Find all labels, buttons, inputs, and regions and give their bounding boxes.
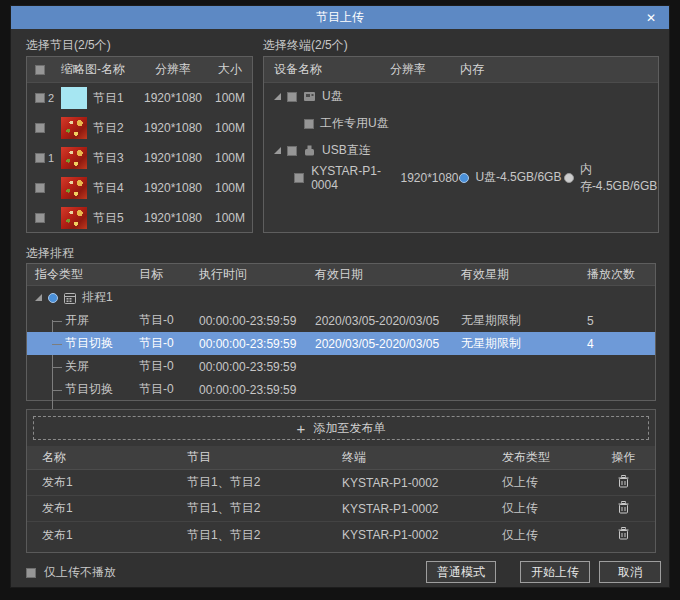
- selection-order: 1: [48, 152, 54, 164]
- col-publish-terminal: 终端: [327, 449, 487, 466]
- program-row[interactable]: 1 节目3 1920*1080 100M: [27, 143, 252, 173]
- command-target: 节目-0: [131, 381, 191, 398]
- program-checkbox[interactable]: [35, 93, 45, 103]
- delete-icon[interactable]: [618, 475, 629, 488]
- publish-name: 发布1: [27, 474, 172, 491]
- upload-only-checkbox[interactable]: [26, 568, 36, 578]
- normal-mode-button[interactable]: 普通模式: [426, 561, 496, 583]
- group-label: USB直连: [322, 142, 371, 159]
- exec-time: 00:00:00-23:59:59: [191, 383, 307, 397]
- terminal-checkbox[interactable]: [304, 119, 314, 129]
- program-checkbox[interactable]: [35, 183, 45, 193]
- program-resolution: 1920*1080: [138, 151, 208, 165]
- program-resolution: 1920*1080: [138, 91, 208, 105]
- command-type: 节目切换: [27, 335, 131, 352]
- add-to-publish-label: 添加至发布单: [313, 420, 385, 437]
- publish-row[interactable]: 发布1 节目1、节目2 KYSTAR-P1-0002 仅上传: [27, 496, 655, 522]
- start-upload-button[interactable]: 开始上传: [520, 561, 590, 583]
- terminal-table-header: 设备名称 分辨率 内存: [264, 57, 658, 83]
- program-name: 节目1: [93, 90, 138, 107]
- publish-type: 仅上传: [487, 500, 592, 517]
- col-command-type: 指令类型: [27, 266, 131, 283]
- col-valid-date: 有效日期: [307, 266, 453, 283]
- memory-storage-radio[interactable]: [564, 173, 574, 183]
- command-target: 节目-0: [131, 335, 191, 352]
- udisk-storage-label: U盘-4.5GB/6GB: [475, 169, 561, 186]
- terminal-group-row[interactable]: U盘: [264, 83, 658, 110]
- valid-date: 2020/03/05-2020/03/05: [307, 314, 453, 328]
- publish-programs: 节目1、节目2: [172, 474, 327, 491]
- program-checkbox[interactable]: [35, 153, 45, 163]
- cancel-button[interactable]: 取消: [599, 561, 661, 583]
- program-row[interactable]: 2 节目1 1920*1080 100M: [27, 83, 252, 113]
- program-table-header: 缩略图-名称 分辨率 大小: [27, 57, 252, 83]
- schedule-group-row[interactable]: 排程1: [27, 286, 655, 309]
- schedule-row-selected[interactable]: 节目切换 节目-0 00:00:00-23:59:59 2020/03/05-2…: [27, 332, 655, 355]
- dialog-title: 节目上传: [316, 9, 364, 26]
- play-count: 4: [579, 337, 655, 351]
- terminal-table: 设备名称 分辨率 内存 U盘 工作专用U盘 USB直连: [263, 56, 659, 233]
- udisk-icon: [303, 91, 316, 102]
- valid-week: 无星期限制: [453, 335, 579, 352]
- delete-icon[interactable]: [618, 527, 629, 540]
- program-size: 100M: [208, 121, 252, 135]
- col-memory: 内存: [450, 61, 658, 78]
- add-to-publish-button[interactable]: + 添加至发布单: [33, 416, 649, 440]
- programs-section-label: 选择节目(2/5个): [26, 37, 111, 54]
- command-target: 节目-0: [131, 358, 191, 375]
- group-checkbox[interactable]: [287, 92, 297, 102]
- usb-icon: [303, 145, 316, 156]
- terminals-section-label: 选择终端(2/5个): [263, 37, 348, 54]
- valid-date: 2020/03/05-2020/03/05: [307, 337, 453, 351]
- upload-only-option[interactable]: 仅上传不播放: [26, 564, 116, 581]
- expand-arrow-icon[interactable]: [35, 294, 42, 301]
- exec-time: 00:00:00-23:59:59: [191, 337, 307, 351]
- program-size: 100M: [208, 211, 252, 225]
- delete-icon[interactable]: [618, 501, 629, 514]
- plus-icon: +: [297, 421, 306, 436]
- calendar-icon: [64, 292, 76, 304]
- schedule-row[interactable]: 开屏 节目-0 00:00:00-23:59:59 2020/03/05-202…: [27, 309, 655, 332]
- program-thumbnail: [61, 147, 87, 169]
- program-checkbox[interactable]: [35, 213, 45, 223]
- publish-row[interactable]: 发布1 节目1、节目2 KYSTAR-P1-0002 仅上传: [27, 522, 655, 548]
- program-resolution: 1920*1080: [138, 181, 208, 195]
- program-row[interactable]: 节目5 1920*1080 100M: [27, 203, 252, 233]
- selection-order: 2: [48, 92, 54, 104]
- col-publish-action: 操作: [592, 449, 655, 466]
- program-name: 节目2: [93, 120, 138, 137]
- expand-arrow-icon[interactable]: [274, 93, 281, 100]
- col-valid-week: 有效星期: [453, 266, 579, 283]
- publish-list: + 添加至发布单 名称 节目 终端 发布类型 操作 发布1 节目1、节目2 KY…: [26, 409, 656, 553]
- title-bar: 节目上传 ✕: [11, 6, 669, 29]
- schedule-row[interactable]: 节目切换 节目-0 00:00:00-23:59:59: [27, 378, 655, 401]
- program-checkbox[interactable]: [35, 123, 45, 133]
- col-device-name: 设备名称: [264, 61, 390, 78]
- close-icon[interactable]: ✕: [641, 6, 661, 29]
- program-row[interactable]: 节目2 1920*1080 100M: [27, 113, 252, 143]
- command-type: 节目切换: [27, 381, 131, 398]
- col-size: 大小: [208, 61, 252, 78]
- program-resolution: 1920*1080: [138, 211, 208, 225]
- terminal-checkbox[interactable]: [294, 173, 304, 183]
- publish-row[interactable]: 发布1 节目1、节目2 KYSTAR-P1-0002 仅上传: [27, 470, 655, 496]
- col-publish-name: 名称: [27, 449, 172, 466]
- terminal-device-row[interactable]: KYSTAR-P1-0004 1920*1080 U盘-4.5GB/6GB 内存…: [264, 164, 658, 191]
- select-all-programs-checkbox[interactable]: [35, 65, 45, 75]
- col-resolution: 分辨率: [138, 61, 208, 78]
- schedule-section-label: 选择排程: [26, 245, 74, 262]
- upload-dialog: 节目上传 ✕ 选择节目(2/5个) 选择终端(2/5个) 缩略图-名称 分辨率 …: [10, 5, 670, 588]
- program-thumbnail: [61, 87, 87, 109]
- schedule-row[interactable]: 关屏 节目-0 00:00:00-23:59:59: [27, 355, 655, 378]
- expand-arrow-icon[interactable]: [274, 147, 281, 154]
- schedule-radio[interactable]: [48, 293, 58, 303]
- program-row[interactable]: 节目4 1920*1080 100M: [27, 173, 252, 203]
- program-name: 节目3: [93, 150, 138, 167]
- command-type: 关屏: [27, 358, 131, 375]
- group-label: U盘: [322, 88, 343, 105]
- group-checkbox[interactable]: [287, 146, 297, 156]
- terminal-name: KYSTAR-P1-0004: [311, 164, 400, 192]
- udisk-storage-radio[interactable]: [459, 173, 469, 183]
- program-table: 缩略图-名称 分辨率 大小 2 节目1 1920*1080 100M 节目2 1…: [26, 56, 253, 233]
- terminal-child-row[interactable]: 工作专用U盘: [264, 110, 658, 137]
